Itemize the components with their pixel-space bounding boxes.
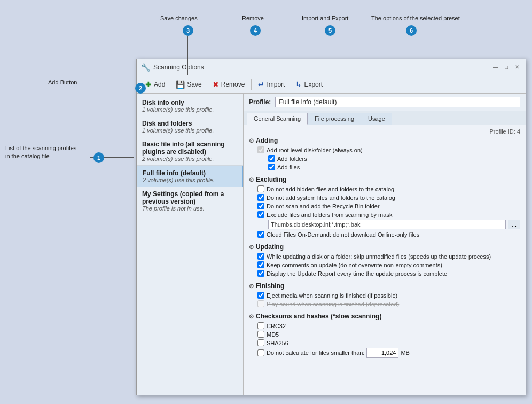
section-excluding: ⊙ Excluding Do not add hidden files and …	[249, 176, 520, 238]
section-checksums: ⊙ Checksums and hashes (*slow scanning) …	[249, 313, 520, 358]
check-skip-unmodified: While updating a disk or a folder: skip …	[257, 253, 520, 260]
save-icon: 💾	[176, 80, 185, 89]
minimize-button[interactable]: —	[491, 63, 500, 72]
section-updating-toggle[interactable]: ⊙	[249, 244, 254, 251]
check-cloud-input[interactable]	[257, 231, 264, 238]
callout-6: 6	[406, 25, 417, 36]
check-md5: MD5	[257, 331, 520, 338]
import-label: Import	[267, 81, 285, 88]
section-checksums-title: Checksums and hashes (*slow scanning)	[256, 313, 381, 320]
check-add-folders-input[interactable]	[268, 155, 275, 162]
add-icon: ✚	[145, 80, 152, 89]
callout-label-1: List of the scanning profilesin the cata…	[5, 144, 76, 161]
section-adding: ⊙ Adding Add root level disk/folder (alw…	[249, 137, 520, 170]
check-mask-input[interactable]	[257, 211, 264, 218]
check-skip-unmodified-input[interactable]	[257, 253, 264, 260]
check-cloud: Cloud Files On-Demand: do not download O…	[257, 231, 520, 238]
remove-button[interactable]: ✖ Remove	[207, 79, 251, 90]
profile-item-3[interactable]: Full file info (default) 2 volume(s) use…	[137, 166, 243, 187]
mask-input[interactable]	[268, 220, 506, 229]
check-no-recycle-input[interactable]	[257, 203, 264, 209]
section-excluding-header: ⊙ Excluding	[249, 176, 520, 183]
export-button[interactable]: ↳ Export	[290, 79, 328, 90]
section-excluding-toggle[interactable]: ⊙	[249, 176, 254, 183]
check-min-size: Do not calculate for files smaller than:…	[257, 348, 520, 358]
add-label: Add	[154, 81, 165, 88]
section-finishing-toggle[interactable]: ⊙	[249, 283, 254, 290]
section-adding-toggle[interactable]: ⊙	[249, 137, 254, 144]
check-play-sound-input[interactable]	[257, 300, 264, 307]
profile-usage-0: 1 volume(s) use this profile.	[142, 106, 238, 113]
check-eject-label: Eject media when scanning is finished (i…	[267, 292, 397, 299]
check-add-folders: Add folders	[257, 155, 520, 162]
check-play-sound-label: Play sound when scanning is finished (de…	[267, 301, 399, 307]
callout-label-4: Remove	[242, 15, 264, 21]
callout-5: 5	[325, 25, 335, 36]
check-no-recycle: Do not scan and add the Recycle Bin fold…	[257, 203, 520, 209]
check-keep-comments-input[interactable]	[257, 261, 264, 268]
check-keep-comments: Keep comments on update (do not overwrit…	[257, 261, 520, 268]
profile-value-input[interactable]	[275, 97, 520, 107]
title-bar-controls: — □ ✕	[491, 63, 521, 72]
tab-file-processing[interactable]: File processing	[308, 113, 361, 125]
check-eject-input[interactable]	[257, 292, 264, 299]
profile-usage-2: 2 volume(s) use this profile.	[142, 156, 238, 162]
section-finishing-body: Eject media when scanning is finished (i…	[249, 292, 520, 307]
check-crc32-label: CRC32	[267, 323, 286, 329]
save-button[interactable]: 💾 Save	[170, 79, 207, 90]
section-finishing-header: ⊙ Finishing	[249, 282, 520, 290]
maximize-button[interactable]: □	[502, 63, 511, 72]
size-unit-label: MB	[401, 349, 410, 356]
options-content: Profile ID: 4 ⊙ Adding Add root level di…	[244, 125, 526, 395]
check-mask-label: Exclude files and folders from scanning …	[267, 212, 392, 218]
check-min-size-input[interactable]	[257, 349, 264, 356]
profile-name-4: My Settings (copied from a previous vers…	[142, 190, 238, 205]
remove-icon: ✖	[213, 80, 219, 89]
check-update-report-input[interactable]	[257, 270, 264, 277]
section-updating: ⊙ Updating While updating a disk or a fo…	[249, 243, 520, 277]
callout-4: 4	[250, 25, 261, 36]
close-button[interactable]: ✕	[513, 63, 521, 72]
section-updating-body: While updating a disk or a folder: skip …	[249, 253, 520, 277]
check-add-root-label: Add root level disk/folder (always on)	[267, 147, 363, 153]
section-excluding-body: Do not add hidden files and folders to t…	[249, 185, 520, 238]
profile-name-0: Disk info only	[142, 99, 238, 106]
check-update-report: Display the Update Report every time the…	[257, 270, 520, 277]
profile-name-3: Full file info (default)	[143, 169, 237, 177]
check-add-root-input[interactable]	[257, 146, 264, 153]
body-area: Disk info only 1 volume(s) use this prof…	[137, 94, 526, 395]
profile-item-4[interactable]: My Settings (copied from a previous vers…	[137, 187, 243, 215]
check-crc32-input[interactable]	[257, 322, 264, 329]
mask-row: ...	[257, 220, 520, 229]
title-bar: 🔧 Scanning Options — □ ✕	[137, 59, 526, 75]
import-icon: ↵	[258, 80, 264, 89]
check-cloud-label: Cloud Files On-Demand: do not download O…	[267, 231, 419, 238]
tabs-bar: General Scanning File processing Usage	[244, 111, 526, 125]
profile-header: Profile:	[244, 94, 526, 111]
tab-general-scanning[interactable]: General Scanning	[247, 113, 308, 125]
section-checksums-body: CRC32 MD5 SHA256 Do not calculate f	[249, 322, 520, 358]
check-update-report-label: Display the Update Report every time the…	[267, 270, 447, 277]
check-no-hidden-input[interactable]	[257, 185, 264, 192]
section-checksums-toggle[interactable]: ⊙	[249, 313, 254, 320]
import-button[interactable]: ↵ Import	[253, 79, 290, 90]
check-min-size-label: Do not calculate for files smaller than:	[267, 349, 364, 356]
size-value-input[interactable]	[366, 348, 398, 358]
section-updating-title: Updating	[256, 243, 284, 251]
check-eject: Eject media when scanning is finished (i…	[257, 292, 520, 299]
tab-usage[interactable]: Usage	[361, 113, 392, 125]
check-no-system-input[interactable]	[257, 194, 264, 201]
profile-item-2[interactable]: Basic file info (all scanning plugins ar…	[137, 137, 243, 166]
section-excluding-title: Excluding	[256, 176, 286, 183]
profile-name-2: Basic file info (all scanning plugins ar…	[142, 141, 238, 156]
mask-browse-button[interactable]: ...	[508, 220, 520, 229]
section-adding-header: ⊙ Adding	[249, 137, 520, 144]
check-sha256-input[interactable]	[257, 339, 264, 346]
check-add-files-input[interactable]	[268, 164, 275, 170]
profile-item-0[interactable]: Disk info only 1 volume(s) use this prof…	[137, 96, 243, 116]
check-no-recycle-label: Do not scan and add the Recycle Bin fold…	[267, 203, 380, 209]
section-checksums-header: ⊙ Checksums and hashes (*slow scanning)	[249, 313, 520, 320]
profile-list: Disk info only 1 volume(s) use this prof…	[137, 94, 244, 395]
profile-item-1[interactable]: Disk and folders 1 volume(s) use this pr…	[137, 116, 243, 137]
check-md5-input[interactable]	[257, 331, 264, 338]
